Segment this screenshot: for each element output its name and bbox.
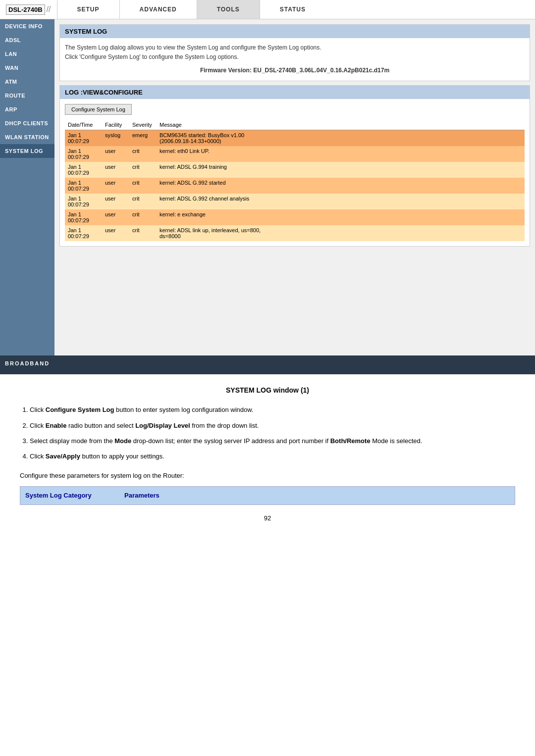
sidebar-footer: BROADBAND [0,355,54,374]
cell-severity: crit [129,225,157,241]
sidebar-item-device-info[interactable]: DEVICE INFO [0,19,54,33]
system-log-panel-header: SYSTEM LOG [60,25,530,38]
table-row: Jan 1 00:07:29usercritkernel: ADSL G.994… [65,162,525,178]
cell-message: kernel: ADSL G.994 training [157,162,525,178]
logo-slashes: // [47,5,51,14]
table-row: Jan 1 00:07:29usercritkernel: ADSL G.992… [65,178,525,194]
cell-datetime: Jan 1 00:07:29 [65,209,102,225]
table-row: Jan 1 00:07:29usercritkernel: e exchange [65,209,525,225]
nav-tools[interactable]: TOOLS [197,0,260,19]
cell-severity: emerg [129,130,157,146]
sidebar-item-lan[interactable]: LAN [0,47,54,61]
page-number: 92 [20,512,515,524]
category-col1-header: System Log Category [25,490,124,501]
cell-facility: syslog [102,130,129,146]
step4-bold: Save/Apply [46,453,80,460]
system-log-panel: SYSTEM LOG The System Log dialog allows … [59,24,530,81]
category-table-header: System Log Category Parameters [20,486,515,504]
configure-system-log-button[interactable]: Configure System Log [65,104,132,115]
nav-setup[interactable]: SETUP [57,0,120,19]
step-1: Click Configure System Log button to ent… [30,404,515,415]
sidebar-item-wan[interactable]: WAN [0,61,54,75]
step1-bold: Configure System Log [46,406,114,413]
table-row: Jan 1 00:07:29usercritkernel: ADSL G.992… [65,194,525,209]
log-table: Date/Time Facility Severity Message Jan … [65,120,525,241]
logo-text: DSL-2740B [6,4,45,15]
content-area: SYSTEM LOG The System Log dialog allows … [54,19,535,356]
col-header-message: Message [157,120,525,130]
cell-severity: crit [129,209,157,225]
cell-severity: crit [129,146,157,162]
cell-facility: user [102,162,129,178]
sidebar-item-dhcp-clients[interactable]: DHCP CLIENTS [0,116,54,130]
cell-message: kernel: ADSL G.992 started [157,178,525,194]
cell-severity: crit [129,178,157,194]
firmware-version: Firmware Version: EU_DSL-2740B_3.06L.04V… [65,66,525,75]
sidebar-item-arp[interactable]: ARP [0,102,54,116]
nav-items: SETUP ADVANCED TOOLS STATUS [57,0,535,19]
cell-datetime: Jan 1 00:07:29 [65,162,102,178]
col-header-facility: Facility [102,120,129,130]
top-nav: DSL-2740B // SETUP ADVANCED TOOLS STATUS [0,0,535,19]
system-log-panel-body: The System Log dialog allows you to view… [60,38,530,81]
step3-bold2: Both/Remote [330,437,371,445]
log-panel: LOG :VIEW&CONFIGURE Configure System Log… [59,85,530,247]
cell-severity: crit [129,162,157,178]
cell-message: kernel: ADSL link up, interleaved, us=80… [157,225,525,241]
cell-facility: user [102,146,129,162]
step2-bold1: Enable [46,422,67,429]
system-log-desc-line2: Click 'Configure System Log' to configur… [65,52,525,62]
cell-datetime: Jan 1 00:07:29 [65,194,102,209]
sidebar-item-wlan-station[interactable]: WLAN STATION [0,130,54,144]
cell-facility: user [102,209,129,225]
cell-message: kernel: ADSL G.992 channel analysis [157,194,525,209]
cell-datetime: Jan 1 00:07:29 [65,130,102,146]
cell-message: BCM96345 started: BusyBox v1.00 (2006.09… [157,130,525,146]
main-layout: DEVICE INFO ADSL LAN WAN ATM ROUTE ARP D… [0,19,535,356]
description-steps: Click Configure System Log button to ent… [30,404,515,462]
logo-area: DSL-2740B // [0,0,57,19]
sidebar: DEVICE INFO ADSL LAN WAN ATM ROUTE ARP D… [0,19,54,356]
description-area: SYSTEM LOG window (1) Click Configure Sy… [0,374,535,534]
table-row: Jan 1 00:07:29usercritkernel: ADSL link … [65,225,525,241]
nav-status[interactable]: STATUS [260,0,325,19]
step2-bold2: Log/Display Level [135,422,190,429]
sidebar-item-atm[interactable]: ATM [0,75,54,89]
cell-severity: crit [129,194,157,209]
log-panel-header: LOG :VIEW&CONFIGURE [60,86,530,99]
cell-datetime: Jan 1 00:07:29 [65,178,102,194]
cell-datetime: Jan 1 00:07:29 [65,146,102,162]
col-header-datetime: Date/Time [65,120,102,130]
col-header-severity: Severity [129,120,157,130]
step3-bold1: Mode [114,437,131,445]
cell-facility: user [102,178,129,194]
table-row: Jan 1 00:07:29syslogemergBCM96345 starte… [65,130,525,146]
sidebar-item-system-log[interactable]: SYSTEM LOG [0,144,54,158]
nav-advanced[interactable]: ADVANCED [120,0,197,19]
cell-facility: user [102,225,129,241]
step-2: Click Enable radio button and select Log… [30,420,515,431]
system-log-desc-line1: The System Log dialog allows you to view… [65,43,525,52]
category-col2-header: Parameters [124,490,160,501]
log-panel-body: Configure System Log Date/Time Facility … [60,99,530,246]
sidebar-item-route[interactable]: ROUTE [0,89,54,102]
cell-message: kernel: e exchange [157,209,525,225]
sidebar-item-adsl[interactable]: ADSL [0,33,54,47]
description-title: SYSTEM LOG window (1) [20,384,515,397]
cell-datetime: Jan 1 00:07:29 [65,225,102,241]
step-3: Select display mode from the Mode drop-d… [30,435,515,447]
table-row: Jan 1 00:07:29usercritkernel: eth0 Link … [65,146,525,162]
cell-facility: user [102,194,129,209]
configure-note: Configure these parameters for system lo… [20,470,515,481]
cell-message: kernel: eth0 Link UP. [157,146,525,162]
step-4: Click Save/Apply button to apply your se… [30,451,515,462]
